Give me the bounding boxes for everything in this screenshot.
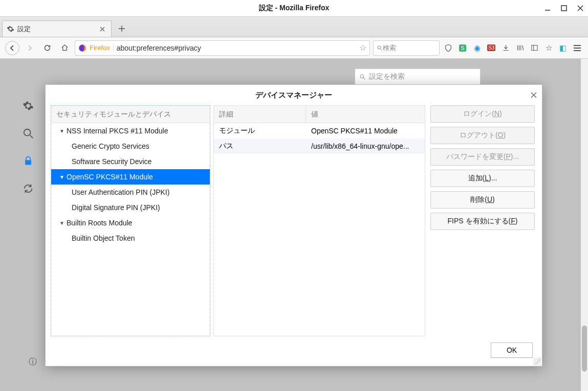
- minimize-button[interactable]: [544, 5, 551, 12]
- home-button[interactable]: [57, 41, 72, 55]
- change-password-button[interactable]: パスワードを変更(P)...: [430, 148, 535, 166]
- tree-item[interactable]: Digital Signature PIN (JPKI): [51, 200, 210, 215]
- tree-header: セキュリティモジュールとデバイス: [51, 106, 210, 123]
- category-sync-icon[interactable]: [21, 182, 35, 195]
- search-box[interactable]: 検索: [373, 40, 440, 56]
- detail-header: 詳細: [214, 106, 306, 123]
- new-tab-button[interactable]: [115, 21, 129, 36]
- device-manager-dialog: デバイスマネージャー セキュリティモジュールとデバイス ▼NSS Interna…: [45, 84, 542, 366]
- twisty-icon: ▼: [59, 174, 64, 180]
- load-button[interactable]: 追加(L)...: [430, 170, 535, 187]
- url-bar[interactable]: Firefox about:preferences#privacy ☆: [75, 40, 370, 56]
- back-button[interactable]: [5, 41, 19, 55]
- url-text: about:preferences#privacy: [117, 44, 356, 52]
- tree-item[interactable]: Generic Crypto Services: [51, 139, 210, 154]
- nav-toolbar: Firefox about:preferences#privacy ☆ 検索 S…: [0, 37, 588, 59]
- prefs-category-sidebar: [21, 99, 42, 195]
- tree-item-label: Builtin Roots Module: [67, 219, 132, 227]
- resize-grip-icon[interactable]: [534, 358, 541, 365]
- svg-line-16: [30, 135, 33, 139]
- tracking-protection-icon[interactable]: [443, 42, 454, 54]
- tab-preferences[interactable]: 設定: [2, 20, 112, 37]
- gear-icon: [7, 25, 14, 33]
- fips-button[interactable]: FIPS を有効にする(F): [430, 213, 535, 230]
- twisty-icon: ▼: [59, 128, 64, 134]
- downloads-icon[interactable]: [500, 42, 511, 54]
- maximize-button[interactable]: [560, 5, 568, 12]
- tree-item-label: OpenSC PKCS#11 Module: [67, 173, 153, 181]
- unload-button[interactable]: 削除(U): [430, 191, 535, 209]
- bookmarks-icon[interactable]: ☆: [543, 42, 554, 54]
- tree-item[interactable]: Builtin Object Token: [51, 231, 210, 246]
- tree-item-label: NSS Internal PKCS #11 Module: [67, 127, 168, 135]
- window-titlebar: 設定 - Mozilla Firefox: [0, 0, 588, 17]
- forward-button[interactable]: [23, 41, 37, 55]
- tab-label: 設定: [17, 25, 98, 34]
- category-general-icon[interactable]: [21, 99, 35, 112]
- detail-label: モジュール: [214, 126, 306, 135]
- extension-icon-2[interactable]: ◉: [471, 42, 483, 54]
- tree-item-label: Software Security Device: [72, 157, 151, 166]
- category-search-icon[interactable]: [21, 127, 35, 140]
- reload-button[interactable]: [40, 41, 54, 55]
- url-brand: Firefox: [90, 44, 114, 52]
- ok-button[interactable]: OK: [491, 342, 533, 358]
- tree-item[interactable]: User Authentication PIN (JPKI): [51, 185, 210, 200]
- tab-close-button[interactable]: [98, 25, 107, 34]
- scrollbar-thumb[interactable]: [582, 326, 587, 372]
- tree-item[interactable]: ▼OpenSC PKCS#11 Module: [51, 169, 210, 185]
- detail-pane: 詳細 値 モジュール OpenSC PKCS#11 Module パス /usr…: [213, 105, 425, 336]
- login-button[interactable]: ログイン(N): [430, 105, 535, 123]
- svg-point-13: [360, 75, 364, 78]
- app-menu-button[interactable]: [572, 42, 583, 54]
- search-placeholder: 検索: [383, 43, 396, 53]
- page-scrollbar[interactable]: [581, 59, 588, 391]
- twisty-icon: ▼: [59, 220, 64, 226]
- extension-icon-1[interactable]: S: [457, 42, 468, 54]
- search-icon: [377, 45, 383, 51]
- firefox-logo-icon: [78, 44, 86, 52]
- detail-value: OpenSC PKCS#11 Module: [306, 127, 425, 135]
- tree-item-label: Digital Signature PIN (JPKI): [72, 203, 160, 212]
- tree-item[interactable]: ▼NSS Internal PKCS #11 Module: [51, 123, 210, 139]
- prefs-search-placeholder: 設定を検索: [369, 72, 405, 81]
- svg-rect-11: [531, 45, 537, 51]
- svg-point-15: [24, 129, 31, 136]
- dialog-close-button[interactable]: [531, 92, 537, 98]
- detail-row-module[interactable]: モジュール OpenSC PKCS#11 Module: [214, 123, 425, 139]
- tab-strip: 設定: [0, 17, 588, 37]
- svg-point-9: [378, 46, 381, 49]
- tree-item[interactable]: Software Security Device: [51, 154, 210, 169]
- tree-item-label: Generic Crypto Services: [72, 142, 149, 150]
- library-icon[interactable]: [514, 42, 526, 54]
- detail-row-path[interactable]: パス /usr/lib/x86_64-linux-gnu/ope...: [214, 139, 425, 154]
- svg-line-10: [381, 49, 382, 50]
- value-header: 値: [306, 106, 425, 123]
- module-tree: セキュリティモジュールとデバイス ▼NSS Internal PKCS #11 …: [51, 105, 210, 336]
- dialog-button-column: ログイン(N) ログアウト(O) パスワードを変更(P)... 追加(L)...…: [428, 105, 537, 336]
- search-icon: [359, 74, 366, 80]
- close-window-button[interactable]: [577, 5, 584, 12]
- tree-item-label: User Authentication PIN (JPKI): [72, 188, 169, 196]
- detail-label: パス: [214, 142, 306, 151]
- pocket-icon[interactable]: ◧: [557, 42, 569, 54]
- tree-item[interactable]: ▼Builtin Roots Module: [51, 215, 210, 231]
- help-icon[interactable]: ⓘ: [29, 357, 37, 367]
- detail-value: /usr/lib/x86_64-linux-gnu/ope...: [306, 142, 425, 150]
- category-privacy-icon[interactable]: [21, 154, 35, 168]
- bookmark-star-icon[interactable]: ☆: [359, 43, 366, 53]
- svg-rect-1: [561, 6, 567, 11]
- dialog-footer: OK: [46, 336, 542, 366]
- extension-icon-3[interactable]: S3: [486, 42, 497, 54]
- dialog-title: デバイスマネージャー: [255, 90, 332, 100]
- sidebar-icon[interactable]: [529, 42, 540, 54]
- preferences-search-input[interactable]: 設定を検索: [355, 68, 481, 85]
- svg-line-14: [363, 78, 365, 79]
- tree-item-label: Builtin Object Token: [72, 234, 135, 242]
- window-title: 設定 - Mozilla Firefox: [259, 4, 330, 13]
- logout-button[interactable]: ログアウト(O): [430, 127, 535, 144]
- dialog-header: デバイスマネージャー: [46, 85, 542, 105]
